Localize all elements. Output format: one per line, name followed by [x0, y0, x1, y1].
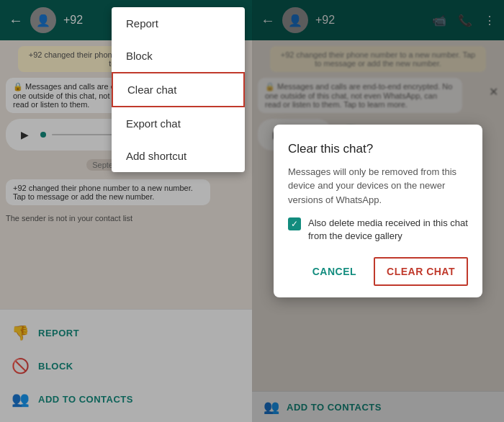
menu-item-export-chat[interactable]: Export chat [112, 107, 245, 140]
menu-item-clear-chat-label: Clear chat [127, 84, 176, 96]
left-panel: ← 👤 +92 +92 changed their phone number t… [0, 0, 252, 422]
menu-item-report-label: Report [126, 17, 158, 30]
clear-chat-dialog: Clear this chat? Messages will only be r… [274, 125, 482, 298]
context-menu-overlay: Report Block Clear chat Export chat Add … [0, 0, 252, 422]
clear-chat-dialog-overlay: Clear this chat? Messages will only be r… [252, 0, 504, 422]
right-panel: ← 👤 +92 📹 📞 ⋮ ✕ +92 changed their phone … [252, 0, 504, 422]
dialog-checkbox-row[interactable]: ✓ Also delete media received in this cha… [288, 217, 468, 243]
menu-item-block-label: Block [126, 50, 153, 62]
delete-media-label: Also delete media received in this chat … [308, 217, 468, 243]
context-menu-box: Report Block Clear chat Export chat Add … [112, 7, 245, 172]
menu-item-add-shortcut-label: Add shortcut [126, 150, 186, 162]
dialog-actions: CANCEL CLEAR CHAT [288, 257, 468, 286]
menu-item-report[interactable]: Report [112, 7, 245, 40]
menu-item-clear-chat[interactable]: Clear chat [112, 72, 245, 107]
dialog-title: Clear this chat? [288, 142, 468, 156]
menu-item-add-shortcut[interactable]: Add shortcut [112, 140, 245, 172]
delete-media-checkbox[interactable]: ✓ [288, 217, 301, 230]
clear-chat-button[interactable]: CLEAR CHAT [374, 257, 468, 286]
cancel-button[interactable]: CANCEL [301, 257, 368, 286]
dialog-message: Messages will only be removed from this … [288, 165, 468, 207]
menu-item-block[interactable]: Block [112, 40, 245, 72]
menu-item-export-chat-label: Export chat [126, 117, 181, 130]
